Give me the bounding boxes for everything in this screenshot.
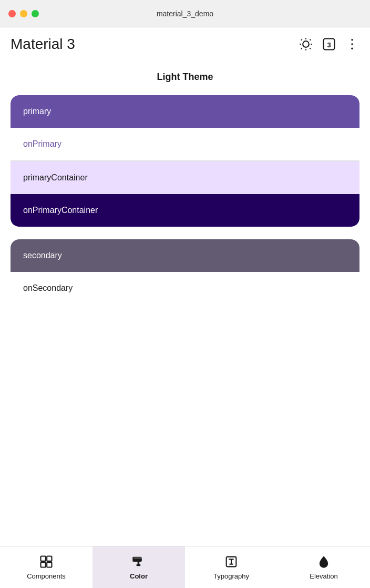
elevation-icon: [316, 554, 331, 569]
app-header: Material 3 3: [0, 27, 370, 61]
svg-rect-14: [41, 556, 46, 561]
on-primary-swatch: onPrimary: [11, 128, 359, 161]
nav-item-color[interactable]: Color: [92, 546, 185, 588]
svg-rect-17: [47, 562, 52, 567]
primary-swatches-group: primary onPrimary primaryContainer onPri…: [11, 95, 359, 227]
window-controls: [8, 10, 39, 17]
on-primary-container-swatch: onPrimaryContainer: [11, 194, 359, 227]
brightness-icon[interactable]: [299, 37, 313, 52]
typography-icon: [224, 554, 239, 569]
nav-item-components[interactable]: Components: [0, 546, 92, 588]
bottom-nav: Components Color Typography: [0, 546, 370, 588]
primary-container-swatch: primaryContainer: [11, 161, 359, 194]
app-title: Material 3: [11, 36, 75, 53]
svg-line-3: [301, 39, 302, 40]
svg-text:3: 3: [327, 41, 331, 49]
svg-rect-22: [136, 564, 140, 566]
nav-item-typography[interactable]: Typography: [185, 546, 278, 588]
close-button[interactable]: [8, 10, 16, 17]
svg-rect-23: [132, 557, 133, 562]
nav-label-typography: Typography: [213, 572, 249, 580]
svg-rect-20: [133, 557, 142, 559]
svg-line-4: [310, 48, 311, 49]
maximize-button[interactable]: [32, 10, 39, 17]
svg-point-13: [351, 47, 353, 49]
minimize-button[interactable]: [20, 10, 27, 17]
window-title: material_3_demo: [157, 9, 213, 18]
material3-icon[interactable]: 3: [322, 37, 336, 52]
svg-line-8: [310, 39, 311, 40]
color-icon: [131, 554, 146, 569]
svg-rect-15: [47, 556, 52, 561]
header-icons: 3: [299, 37, 359, 52]
svg-point-0: [303, 41, 309, 47]
nav-label-color: Color: [130, 572, 148, 580]
more-icon[interactable]: [345, 37, 359, 52]
nav-label-components: Components: [27, 572, 66, 580]
svg-point-11: [351, 39, 353, 41]
on-secondary-swatch: onSecondary: [11, 272, 359, 305]
main-content: Light Theme primary onPrimary primaryCon…: [0, 61, 370, 546]
title-bar: material_3_demo: [0, 0, 370, 27]
primary-swatch: primary: [11, 95, 359, 128]
components-icon: [39, 554, 54, 569]
nav-label-elevation: Elevation: [310, 572, 337, 580]
svg-rect-16: [41, 562, 46, 567]
nav-item-elevation[interactable]: Elevation: [278, 546, 370, 588]
svg-line-7: [301, 48, 302, 49]
section-title: Light Theme: [11, 72, 359, 83]
svg-point-12: [351, 43, 353, 45]
secondary-swatches-group: secondary onSecondary: [11, 239, 359, 305]
secondary-swatch: secondary: [11, 239, 359, 272]
